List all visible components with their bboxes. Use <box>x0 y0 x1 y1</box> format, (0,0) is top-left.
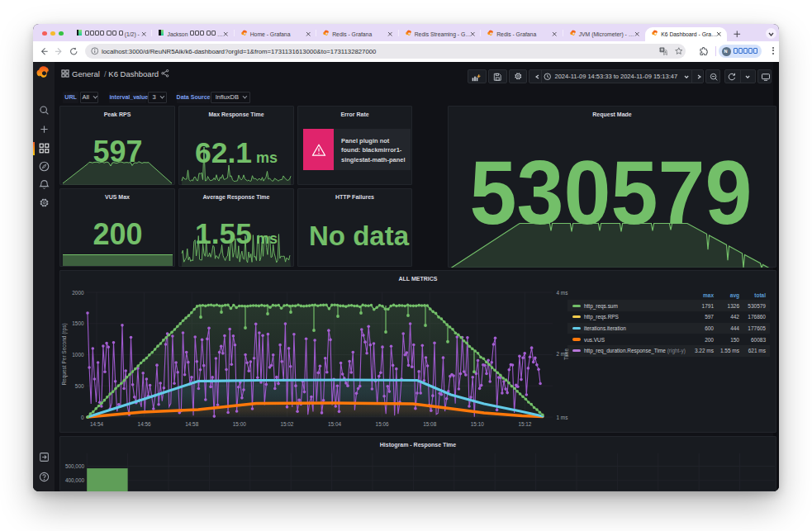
svg-text:Request Per Second (rps): Request Per Second (rps) <box>61 323 68 385</box>
